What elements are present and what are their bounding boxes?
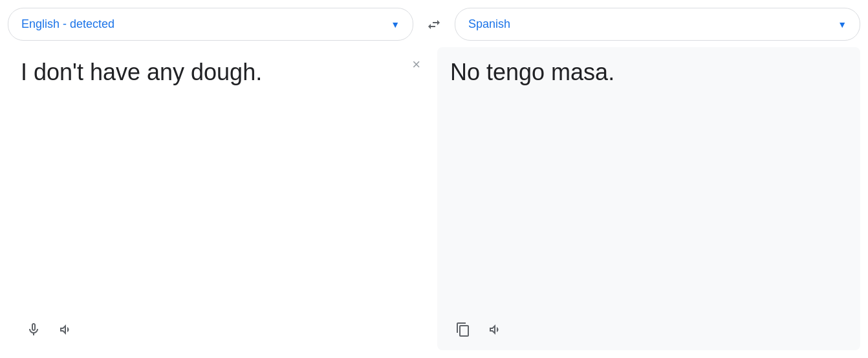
- source-language-selector[interactable]: English - detected ▼: [8, 8, 413, 41]
- source-language-dropdown-icon: ▼: [391, 19, 400, 30]
- source-language-label: English - detected: [21, 17, 114, 31]
- translation-panels: I don't have any dough. × No tengo masa.: [8, 47, 860, 350]
- source-panel-actions: [21, 311, 418, 342]
- copy-button[interactable]: [450, 317, 476, 342]
- speaker-right-button[interactable]: [481, 317, 507, 342]
- clear-button[interactable]: ×: [412, 58, 420, 72]
- source-panel: I don't have any dough. ×: [8, 47, 431, 350]
- speaker-left-button[interactable]: [52, 317, 78, 342]
- copy-icon: [455, 322, 471, 337]
- target-panel-actions: [450, 311, 847, 342]
- target-language-label: Spanish: [468, 17, 510, 31]
- volume-right-icon: [486, 322, 502, 337]
- target-language-selector[interactable]: Spanish ▼: [455, 8, 860, 41]
- target-panel: No tengo masa.: [437, 47, 860, 350]
- volume-left-icon: [57, 322, 72, 337]
- mic-icon: [26, 322, 41, 337]
- mic-button[interactable]: [21, 317, 47, 342]
- source-text[interactable]: I don't have any dough.: [21, 58, 418, 311]
- swap-icon: [426, 17, 442, 32]
- top-bar: English - detected ▼ Spanish ▼: [8, 8, 860, 41]
- target-language-dropdown-icon: ▼: [838, 19, 847, 30]
- swap-languages-button[interactable]: [420, 10, 448, 39]
- translated-text: No tengo masa.: [450, 58, 847, 311]
